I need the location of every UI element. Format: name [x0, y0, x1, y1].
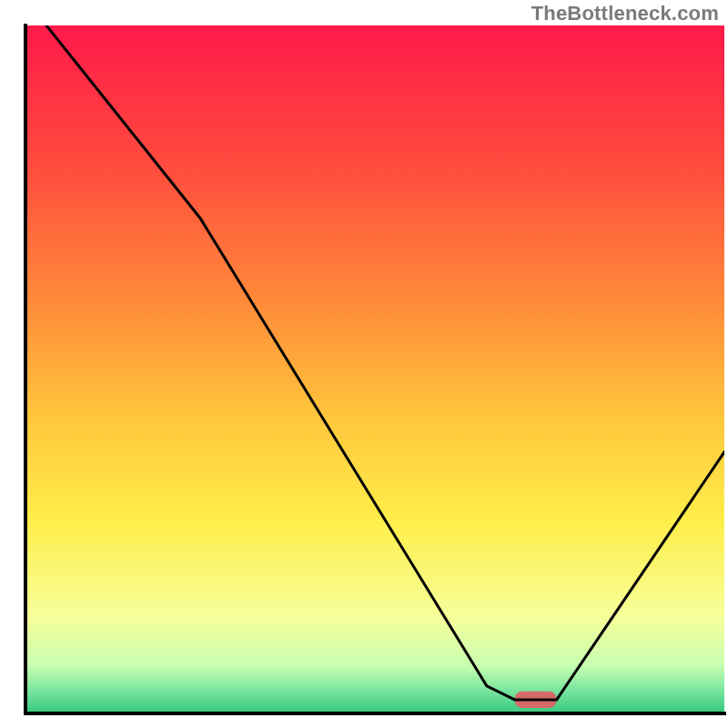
bottleneck-chart: TheBottleneck.com — [0, 0, 728, 728]
chart-canvas — [0, 0, 728, 728]
plot-area — [25, 25, 724, 713]
watermark-text: TheBottleneck.com — [531, 2, 719, 25]
